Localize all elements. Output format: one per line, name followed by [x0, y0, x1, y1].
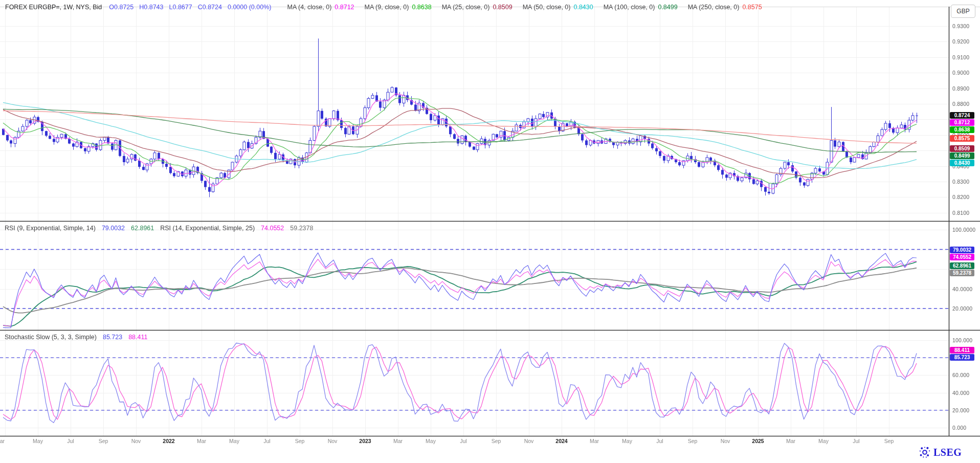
stoch-header-item: Stochastic Slow (5, 3, 3, Simple) [5, 334, 97, 341]
ma-legend-value: 0.8638 [412, 4, 431, 11]
ma-legend: MA (4, close, 0)0.8712MA (9, close, 0)0.… [277, 4, 762, 11]
rsi-pane-header[interactable]: RSI (9, Exponential, Simple, 14)79.00326… [5, 225, 319, 232]
ma-legend-label[interactable]: MA (9, close, 0) [365, 4, 409, 11]
lseg-logo[interactable]: LSEG [919, 446, 962, 458]
lseg-crest-icon [919, 446, 931, 458]
change-value: 0.0000 (0.00%) [228, 4, 271, 11]
rsi-header-item: 59.2378 [290, 225, 313, 232]
rsi-header-item: 79.0032 [102, 225, 125, 232]
chart-window: { "header": { "title": "FOREX EURGBP=, 1… [0, 0, 980, 463]
chart-legend: FOREX EURGBP=, 1W, NYS, Bid O0.8725 H0.8… [5, 4, 762, 11]
ma-legend-label[interactable]: MA (250, close, 0) [688, 4, 740, 11]
instrument-title[interactable]: FOREX EURGBP=, 1W, NYS, Bid [5, 4, 102, 11]
rsi-header-item: RSI (14, Exponential, Simple, 25) [160, 225, 255, 232]
currency-axis-badge[interactable]: GBP [951, 5, 975, 18]
low-value: L0.8677 [169, 4, 192, 11]
stoch-header-item: 88.411 [128, 334, 147, 341]
rsi-header-item: RSI (9, Exponential, Simple, 14) [5, 225, 96, 232]
ma-legend-label[interactable]: MA (4, close, 0) [287, 4, 331, 11]
ma-legend-value: 0.8712 [335, 4, 354, 11]
close-value: C0.8724 [198, 4, 222, 11]
open-value: O0.8725 [109, 4, 133, 11]
ma-legend-label[interactable]: MA (50, close, 0) [523, 4, 571, 11]
ma-legend-value: 0.8575 [742, 4, 762, 11]
ma-legend-value: 0.8430 [573, 4, 593, 11]
stochastic-pane-header[interactable]: Stochastic Slow (5, 3, 3, Simple)85.7238… [5, 334, 153, 341]
ma-legend-value: 0.8509 [493, 4, 512, 11]
lseg-logo-text: LSEG [933, 447, 962, 458]
stoch-header-item: 85.723 [103, 334, 122, 341]
ma-legend-label[interactable]: MA (100, close, 0) [604, 4, 655, 11]
rsi-header-item: 62.8961 [131, 225, 154, 232]
rsi-header-item: 74.0552 [261, 225, 284, 232]
high-value: H0.8743 [139, 4, 163, 11]
ma-legend-label[interactable]: MA (25, close, 0) [442, 4, 490, 11]
ma-legend-value: 0.8499 [658, 4, 677, 11]
